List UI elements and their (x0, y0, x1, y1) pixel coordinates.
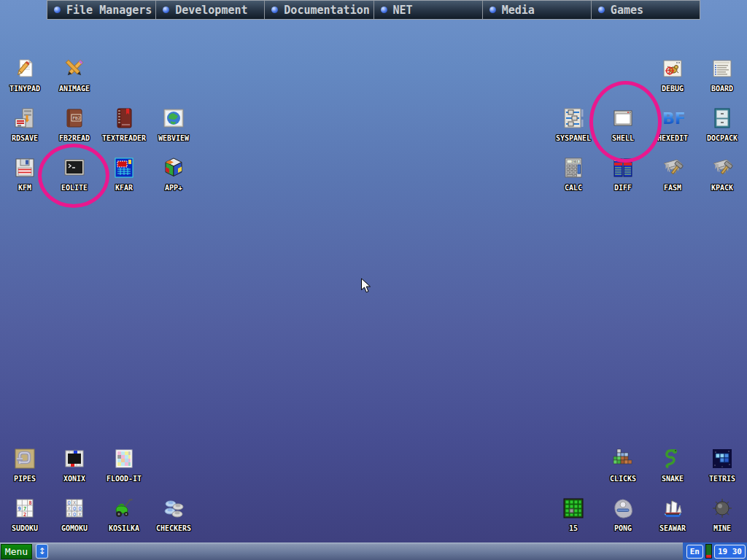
bullet-icon (489, 7, 496, 13)
svg-text:7: 7 (23, 506, 26, 512)
menubar-tab-file-managers[interactable]: File Managers (47, 1, 156, 19)
desktop-item-label: SYSPANEL (556, 135, 591, 142)
menubar-tab-label: Documentation (284, 4, 369, 17)
menubar-tab-documentation[interactable]: Documentation (265, 1, 374, 19)
desktop-item-animage[interactable]: ANIMAGE (50, 57, 99, 106)
tray: En 19 30 (683, 542, 747, 560)
desktop-item-label: MINE (713, 525, 731, 532)
menubar-tab-label: Development (175, 4, 247, 17)
desktop-background: File ManagersDevelopmentDocumentationNET… (0, 0, 747, 560)
desktop-item-eolite[interactable]: EOLITE (50, 156, 99, 206)
svg-text:FB2: FB2 (73, 115, 81, 120)
desktop-item-fasm[interactable]: FASM (648, 156, 697, 206)
desktop-item-label: APP+ (165, 184, 182, 192)
desktop-item-shell[interactable]: SHELL (598, 106, 648, 156)
desktop-item-flood-it[interactable]: FLOOD-IT (99, 447, 149, 497)
desktop-item-label: DOCPACK (707, 135, 738, 142)
tetromino-icon (711, 447, 734, 470)
desktop-item-seawar[interactable]: SEAWAR (648, 497, 697, 546)
bug-window-icon (661, 57, 684, 80)
desktop-item-debug[interactable]: DEBUG (648, 57, 697, 106)
desktop-item-xonix[interactable]: XONIX (50, 447, 99, 497)
desktop-item-label: 15 (569, 525, 578, 532)
log-window-icon (711, 57, 734, 80)
desktop-item-label: PIPES (14, 475, 36, 483)
color-blocks-icon (611, 447, 635, 470)
kolibri-desktop: { "menubar": { "tabs": [ {"label": "File… (0, 0, 747, 560)
menubar-tab-label: Media (502, 4, 535, 17)
clock[interactable]: 19 30 (714, 545, 746, 559)
desktop-item-textreader[interactable]: TEXTREADER (99, 106, 149, 156)
desktop-item-sudoku[interactable]: 8972SUDOKU (0, 497, 50, 546)
desktop-item-label: KPACK (711, 184, 733, 192)
desktop-item-kfar[interactable]: KFAR (99, 156, 149, 206)
desktop-item-kpack[interactable]: KPACK (697, 156, 747, 206)
desktop-item-syspanel[interactable]: SYSPANEL (549, 106, 598, 156)
desktop-item-snake[interactable]: SNAKE (648, 447, 697, 497)
xonix-board-icon (63, 447, 86, 470)
bullet-icon (54, 7, 61, 13)
menubar-tab-label: NET (393, 4, 413, 17)
menubar-tab-development[interactable]: Development (156, 1, 265, 19)
desktop-item-label: TINYPAD (9, 85, 40, 93)
desktop-item-rdsave[interactable]: RDSAVE (0, 106, 50, 156)
desktop-item-gomoku[interactable]: OXXOOXOXGOMOKU (50, 497, 99, 546)
cpu-load-indicator[interactable] (705, 544, 712, 559)
desktop-item-label: CHECKERS (156, 525, 191, 532)
svg-text:2: 2 (23, 512, 26, 518)
icon-group-bottom-right: CLICKSSNAKETETRIS15PONGSEAWARMINE (549, 447, 747, 546)
desktop-item-label: DIFF (614, 184, 632, 192)
desktop-item-clicks[interactable]: CLICKS (598, 447, 648, 497)
desktop-item-label: SHELL (612, 135, 634, 142)
menubar-tab-games[interactable]: Games (592, 1, 700, 19)
floppy-disk-icon (13, 156, 36, 179)
icon-group-top-right: DEBUGBOARDSYSPANELSHELLBFHEXEDITDOCPACK1… (549, 57, 747, 206)
desktop-item-15[interactable]: 15 (549, 497, 598, 546)
taskbar: Menu ↕ En 19 30 (0, 542, 747, 560)
menubar-tab-net[interactable]: NET (374, 1, 483, 19)
desktop-item-docpack[interactable]: DOCPACK (697, 106, 747, 156)
desktop-item-webview[interactable]: WEBVIEW (149, 106, 198, 156)
desktop-item-diff[interactable]: DIFF (598, 156, 648, 206)
desktop-item-label: ANIMAGE (59, 85, 90, 93)
bullet-icon (271, 7, 278, 13)
desktop-item-label: TEXTREADER (102, 135, 146, 142)
desktop-item-label: CALC (565, 184, 582, 192)
desktop-item-hexedit[interactable]: BFHEXEDIT (648, 106, 697, 156)
menubar-tab-label: Games (611, 4, 643, 17)
menubar-tab-media[interactable]: Media (483, 1, 592, 19)
desktop-item-kfm[interactable]: KFM (0, 156, 50, 206)
desktop-item-label: BOARD (711, 85, 733, 93)
desktop-item-tetris[interactable]: TETRIS (697, 447, 747, 497)
calculator-icon: 1984 (562, 156, 585, 179)
desktop-item-label: HEXEDIT (657, 135, 688, 142)
sliders-icon (562, 106, 585, 130)
desktop-item-pipes[interactable]: PIPES (0, 447, 50, 497)
desktop-item-kosilka[interactable]: KOSILKA (99, 497, 149, 546)
icon-group-bottom-left: PIPESXONIXFLOOD-IT8972SUDOKUOXXOOXOXGOMO… (0, 447, 198, 546)
pipe-loop-icon (13, 447, 36, 470)
desktop-item-board[interactable]: BOARD (697, 57, 747, 106)
rubik-cube-icon (162, 156, 185, 179)
desktop-item-label: XONIX (63, 475, 85, 483)
desktop-item-app[interactable]: APP+ (149, 156, 198, 206)
bullet-icon (381, 7, 387, 13)
svg-text:O: O (79, 506, 82, 512)
desktop-item-label: KFM (18, 184, 31, 192)
desktop-item-tinypad[interactable]: TINYPAD (0, 57, 50, 106)
desktop-item-label: GOMOKU (61, 525, 88, 532)
desktop-item-mine[interactable]: MINE (697, 497, 747, 546)
desktop-item-calc[interactable]: 1984CALC (549, 156, 598, 206)
desktop-item-fb2read[interactable]: FB2FB2READ (50, 106, 99, 156)
desktop-item-label: DEBUG (662, 85, 684, 93)
diff-tables-icon (611, 156, 635, 179)
fb2-book-icon: FB2 (63, 106, 86, 130)
desktop-item-checkers[interactable]: CHECKERS (149, 497, 198, 546)
window-toggle-button[interactable]: ↕ (36, 544, 48, 559)
menu-button[interactable]: Menu (1, 544, 32, 559)
drawer-cabinet-icon (711, 106, 734, 130)
color-grid-icon (112, 447, 136, 470)
desktop-item-pong[interactable]: PONG (598, 497, 648, 546)
svg-text:O: O (68, 500, 71, 506)
language-indicator-button[interactable]: En (686, 545, 703, 559)
